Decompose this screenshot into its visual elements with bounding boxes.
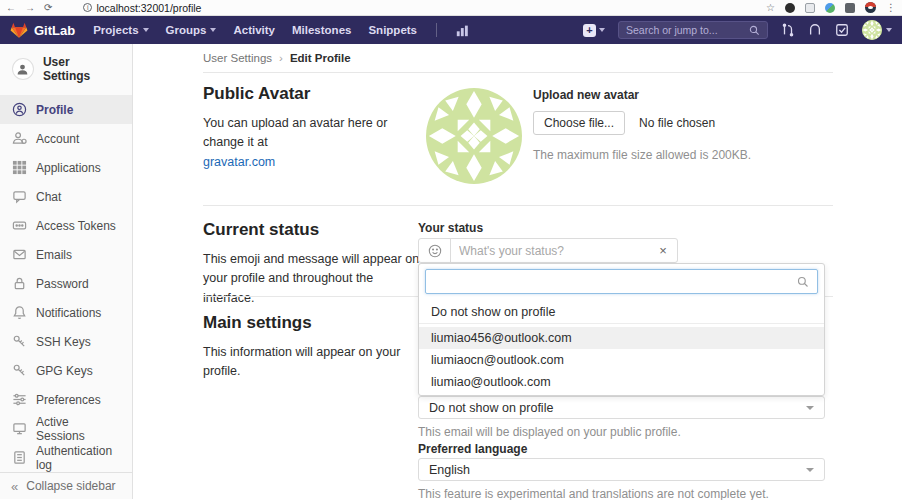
new-menu-button[interactable]: + bbox=[583, 24, 605, 37]
authentication-log-icon bbox=[12, 450, 27, 465]
applications-icon bbox=[12, 160, 27, 175]
sidebar-item-access-tokens[interactable]: Access Tokens bbox=[0, 211, 132, 240]
chevron-down-icon bbox=[806, 406, 814, 410]
tanuki-icon bbox=[10, 22, 28, 39]
gravatar-link[interactable]: gravatar.com bbox=[203, 155, 275, 169]
sidebar-title: User Settings bbox=[43, 55, 120, 83]
site-info-icon[interactable]: i bbox=[83, 3, 92, 12]
search-icon bbox=[749, 25, 760, 36]
nav-item-groups[interactable]: Groups bbox=[166, 24, 217, 36]
sidebar-header: User Settings bbox=[0, 44, 132, 95]
browser-profile-avatar[interactable] bbox=[865, 2, 876, 13]
main-content: User Settings › Edit Profile Public Avat… bbox=[133, 44, 902, 499]
public-email-help: This email will be displayed on your pub… bbox=[418, 425, 681, 439]
password-icon bbox=[12, 276, 27, 291]
breadcrumb: User Settings › Edit Profile bbox=[203, 44, 833, 73]
collapse-sidebar-button[interactable]: « Collapse sidebar bbox=[0, 472, 132, 499]
access-tokens-icon bbox=[12, 218, 27, 233]
extension-icon[interactable] bbox=[825, 3, 835, 13]
chevron-down-icon bbox=[806, 468, 814, 472]
sidebar-item-profile[interactable]: Profile bbox=[0, 95, 132, 124]
section-divider bbox=[203, 205, 833, 206]
status-input-group: × bbox=[418, 238, 678, 263]
extension-icon[interactable] bbox=[785, 3, 795, 13]
merge-requests-icon[interactable] bbox=[781, 23, 795, 37]
browser-reload-icon[interactable]: ⟳ bbox=[44, 3, 52, 13]
gitlab-logo[interactable]: GitLab bbox=[10, 22, 75, 39]
ssh-keys-icon bbox=[12, 334, 27, 349]
chart-icon[interactable] bbox=[456, 24, 469, 37]
public-email-select[interactable]: Do not show on profile bbox=[418, 396, 825, 419]
browser-forward-icon[interactable]: → bbox=[25, 3, 35, 13]
issues-icon[interactable] bbox=[808, 23, 822, 37]
no-file-text: No file chosen bbox=[639, 116, 715, 130]
emoji-picker-button[interactable] bbox=[419, 239, 451, 262]
extension-icon[interactable] bbox=[845, 3, 855, 13]
sidebar-item-password[interactable]: Password bbox=[0, 269, 132, 298]
your-status-label: Your status bbox=[418, 221, 483, 235]
status-message-input[interactable] bbox=[451, 239, 649, 262]
preferences-icon bbox=[12, 392, 27, 407]
collapse-icon: « bbox=[11, 480, 18, 493]
avatar-description: You can upload an avatar here or change … bbox=[203, 116, 387, 149]
dropdown-option[interactable]: Do not show on profile bbox=[419, 300, 824, 324]
global-search[interactable] bbox=[618, 21, 768, 39]
choose-file-button[interactable]: Choose file... bbox=[533, 111, 625, 135]
nav-item-activity[interactable]: Activity bbox=[233, 24, 275, 36]
section-title: Main settings bbox=[203, 313, 431, 333]
address-bar[interactable]: i localhost:32001/profile bbox=[83, 2, 201, 14]
sidebar-item-emails[interactable]: Emails bbox=[0, 240, 132, 269]
url-text: localhost:32001/profile bbox=[96, 2, 201, 14]
public-email-dropdown: Do not show on profile liumiao456@outloo… bbox=[418, 263, 825, 396]
chevron-down-icon bbox=[886, 28, 892, 32]
chevron-down-icon bbox=[599, 28, 605, 32]
sidebar-item-applications[interactable]: Applications bbox=[0, 153, 132, 182]
main-settings-section: Main settings This information will appe… bbox=[203, 313, 431, 382]
sidebar-item-preferences[interactable]: Preferences bbox=[0, 385, 132, 414]
account-icon bbox=[12, 131, 27, 146]
nav-divider bbox=[436, 23, 437, 37]
sidebar-item-ssh-keys[interactable]: SSH Keys bbox=[0, 327, 132, 356]
status-description: This emoji and message will appear on yo… bbox=[203, 250, 425, 308]
browser-back-icon[interactable]: ← bbox=[6, 3, 16, 13]
nav-menu: Projects Groups Activity Milestones Snip… bbox=[93, 23, 469, 37]
sidebar-item-chat[interactable]: Chat bbox=[0, 182, 132, 211]
screen: ← → ⟳ i localhost:32001/profile ☆ ⋮ bbox=[0, 0, 902, 500]
emails-icon bbox=[12, 247, 27, 262]
dropdown-option[interactable]: liumiao456@outlook.com bbox=[419, 327, 824, 349]
sidebar-item-notifications[interactable]: Notifications bbox=[0, 298, 132, 327]
dropdown-search-input[interactable] bbox=[434, 275, 797, 289]
chat-icon bbox=[12, 189, 27, 204]
sidebar-item-gpg-keys[interactable]: GPG Keys bbox=[0, 356, 132, 385]
dropdown-option[interactable]: liumiao@outlook.com bbox=[419, 371, 824, 393]
todos-icon[interactable] bbox=[835, 23, 849, 37]
profile-icon bbox=[12, 102, 27, 117]
chevron-down-icon bbox=[210, 28, 216, 32]
dropdown-option[interactable]: liumiaocn@outlook.com bbox=[419, 349, 824, 371]
dropdown-search[interactable] bbox=[425, 269, 818, 294]
preferred-language-select[interactable]: English bbox=[418, 458, 825, 481]
upload-label: Upload new avatar bbox=[533, 88, 833, 102]
nav-item-milestones[interactable]: Milestones bbox=[292, 24, 351, 36]
global-search-input[interactable] bbox=[626, 24, 744, 36]
active-sessions-icon bbox=[12, 421, 27, 436]
gitlab-navbar: GitLab Projects Groups Activity Mileston… bbox=[0, 16, 902, 44]
chevron-down-icon bbox=[143, 28, 149, 32]
breadcrumb-separator-icon: › bbox=[279, 52, 283, 64]
brand-name: GitLab bbox=[34, 23, 75, 38]
nav-item-projects[interactable]: Projects bbox=[93, 24, 148, 36]
clear-status-icon[interactable]: × bbox=[649, 239, 677, 262]
user-menu-button[interactable] bbox=[862, 20, 892, 40]
profile-avatar-image bbox=[426, 88, 522, 184]
sidebar-item-authentication-log[interactable]: Authentication log bbox=[0, 443, 132, 472]
browser-menu-icon[interactable]: ⋮ bbox=[886, 3, 896, 13]
bookmark-star-icon[interactable]: ☆ bbox=[766, 3, 775, 13]
extension-icon[interactable] bbox=[805, 3, 815, 13]
sidebar-item-account[interactable]: Account bbox=[0, 124, 132, 153]
nav-item-snippets[interactable]: Snippets bbox=[368, 24, 417, 36]
sidebar-item-active-sessions[interactable]: Active Sessions bbox=[0, 414, 132, 443]
nav-right: + bbox=[583, 20, 892, 40]
preferred-language-label: Preferred language bbox=[418, 442, 527, 456]
breadcrumb-parent[interactable]: User Settings bbox=[203, 52, 272, 64]
public-avatar-section: Public Avatar You can upload an avatar h… bbox=[203, 84, 431, 172]
